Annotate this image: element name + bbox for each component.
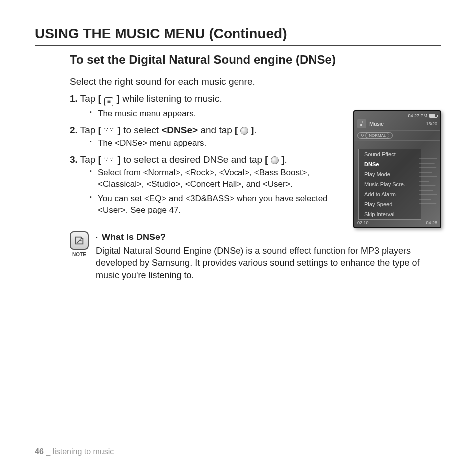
device-status-bar: 04:27 PM [354, 111, 440, 119]
total-time: 04:28 [426, 220, 437, 225]
page-title: USING THE MUSIC MENU (Continued) [35, 26, 441, 42]
chapter-name: listening to music [53, 447, 114, 456]
step-sublist: The music menu appears. [90, 108, 349, 120]
note-badge: NOTE [70, 231, 89, 281]
device-menu-item: Sound Effect [359, 149, 421, 159]
note-heading: What is DNSe? [96, 231, 441, 243]
step-1: 1. Tap [ ≡ ] while listening to music.Th… [70, 93, 349, 120]
device-menu-item: Add to Alarm [359, 189, 421, 199]
note-body: What is DNSe? Digital Natural Sound Engi… [96, 231, 441, 281]
note-block: NOTE What is DNSe? Digital Natural Sound… [70, 231, 441, 281]
up-down-icon: ˙·˙ ˙·˙ [104, 127, 115, 134]
step-number: 3. [70, 154, 78, 165]
body-wrap: 1. Tap [ ≡ ] while listening to music.Th… [70, 93, 441, 216]
step-2: 2. Tap [ ˙·˙ ˙·˙ ] to select <DNSe> and … [70, 125, 349, 149]
sub-item: Select from <Normal>, <Rock>, <Vocal>, <… [90, 167, 349, 190]
elapsed-time: 02:10 [357, 220, 369, 225]
device-screenshot: 04:27 PM Music 15/20 ↻ NORMAL [353, 110, 441, 228]
step-number: 2. [70, 125, 78, 135]
sub-item: You can set <EQ> and <3D&BASS> when you … [90, 193, 349, 216]
sub-item: The music menu appears. [90, 108, 349, 120]
subtitle-divider [70, 70, 441, 70]
title-divider [35, 45, 441, 46]
device-time-bar: 02:10 04:28 [354, 220, 440, 225]
page-number: 46 [35, 447, 44, 456]
waveform-graphic [419, 151, 437, 211]
note-label: NOTE [70, 252, 89, 257]
device-track-count: 15/20 [426, 121, 437, 126]
device-mode-badge-row: ↻ NORMAL [354, 131, 440, 141]
steps-column: 1. Tap [ ≡ ] while listening to music.Th… [70, 93, 349, 216]
note-text: Digital Natural Sound Engine (DNSe) is a… [96, 245, 441, 281]
menu-icon: ≡ [104, 97, 113, 106]
select-icon [271, 156, 279, 164]
device-title: Music [369, 121, 384, 127]
battery-icon [429, 114, 437, 118]
up-down-icon: ˙·˙ ˙·˙ [104, 157, 115, 164]
repeat-normal-badge: ↻ NORMAL [357, 132, 393, 139]
device-menu-item: Play Speed [359, 199, 421, 209]
select-icon [240, 127, 248, 135]
device-menu-item: Skip Interval [359, 209, 421, 219]
step-number: 1. [70, 93, 78, 104]
page-footer: 46 _ listening to music [35, 447, 114, 456]
device-clock: 04:27 PM [408, 113, 427, 118]
device-menu-item: Music Play Scre.. [359, 179, 421, 189]
content-block: To set the Digital Natural Sound engine … [70, 53, 441, 216]
lead-text: Select the right sound for each music ge… [70, 76, 441, 87]
step-3: 3. Tap [ ˙·˙ ˙·˙ ] to select a desired D… [70, 154, 349, 216]
step-sublist: The <DNSe> menu appears. [90, 138, 349, 149]
step-sublist: Select from <Normal>, <Rock>, <Vocal>, <… [90, 167, 349, 216]
device-menu-list: Sound EffectDNSePlay ModeMusic Play Scre… [358, 149, 421, 220]
step-list: 1. Tap [ ≡ ] while listening to music.Th… [70, 93, 349, 216]
sub-item: The <DNSe> menu appears. [90, 138, 349, 149]
device-title-row: Music 15/20 [354, 119, 440, 131]
device-menu-item: DNSe [359, 159, 421, 169]
note-icon [70, 231, 89, 250]
manual-page: USING THE MUSIC MENU (Continued) To set … [0, 0, 476, 476]
device-menu-item: Play Mode [359, 169, 421, 179]
music-note-icon [357, 119, 366, 128]
section-heading: To set the Digital Natural Sound engine … [70, 53, 441, 67]
footer-sep: _ [44, 447, 53, 456]
